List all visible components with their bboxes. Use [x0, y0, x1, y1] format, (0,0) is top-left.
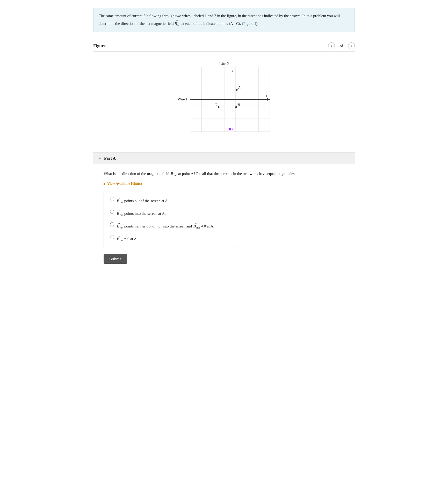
- problem-text: The same amount of current I is flowing …: [99, 14, 340, 26]
- option-4-text: →B net = 0 at A.: [117, 234, 138, 242]
- radio-4[interactable]: [110, 235, 114, 239]
- figure-prev-button[interactable]: <: [328, 42, 335, 49]
- svg-point-19: [236, 89, 237, 91]
- answer-box: →B net points out of the screen at A. →B…: [104, 191, 238, 248]
- problem-statement: The same amount of current I is flowing …: [93, 8, 355, 32]
- hint-link[interactable]: View Available Hint(s): [104, 182, 344, 186]
- part-a-label: Part A: [104, 156, 116, 161]
- figure-nav-count: 1 of 1: [337, 44, 346, 48]
- svg-text:B: B: [238, 103, 240, 107]
- submit-button[interactable]: Submit: [104, 254, 127, 264]
- svg-marker-18: [228, 128, 232, 131]
- option-3-text: →B net points neither out of nor into th…: [117, 222, 214, 230]
- svg-marker-16: [267, 98, 270, 101]
- wire2-label: Wire 2: [178, 62, 270, 66]
- diagram-svg: A B C I I I: [190, 67, 270, 132]
- svg-text:A: A: [238, 86, 241, 90]
- option-2-text: →B net points into the screen at A.: [117, 209, 166, 217]
- diagram-wrapper: Wire 2 Wire 1: [178, 62, 270, 132]
- svg-text:I: I: [232, 127, 233, 131]
- figure1-link[interactable]: Figure 1: [243, 21, 256, 26]
- radio-1[interactable]: [110, 197, 114, 201]
- figure-section: Figure < 1 of 1 > Wire 2 Wire 1: [93, 42, 355, 142]
- part-a-arrow: ▼: [98, 157, 102, 160]
- option-1[interactable]: →B net points out of the screen at A.: [110, 196, 232, 204]
- figure-title: Figure: [93, 43, 106, 48]
- radio-3[interactable]: [110, 222, 114, 226]
- svg-text:I: I: [266, 94, 267, 98]
- option-1-text: →B net points out of the screen at A.: [117, 196, 169, 204]
- option-2[interactable]: →B net points into the screen at A.: [110, 209, 232, 217]
- figure-header: Figure < 1 of 1 >: [93, 42, 355, 51]
- svg-point-21: [235, 106, 237, 108]
- figure-nav: < 1 of 1 >: [328, 42, 355, 49]
- figure-content: Wire 2 Wire 1: [93, 57, 355, 142]
- radio-2[interactable]: [110, 210, 114, 214]
- wire1-label: Wire 1: [178, 97, 187, 101]
- option-4[interactable]: →B net = 0 at A.: [110, 234, 232, 242]
- part-a-header: ▼ Part A: [93, 153, 355, 164]
- part-a-body: What is the direction of the magnetic fi…: [93, 164, 355, 269]
- hint-link-label: View Available Hint(s): [107, 182, 142, 186]
- figure-next-button[interactable]: >: [348, 42, 355, 49]
- svg-text:I: I: [232, 69, 233, 73]
- option-3[interactable]: →B net points neither out of nor into th…: [110, 222, 232, 230]
- part-a-question: What is the direction of the magnetic fi…: [104, 169, 344, 178]
- svg-point-23: [218, 106, 219, 108]
- svg-text:C: C: [214, 103, 217, 107]
- part-a-section: ▼ Part A What is the direction of the ma…: [93, 152, 355, 269]
